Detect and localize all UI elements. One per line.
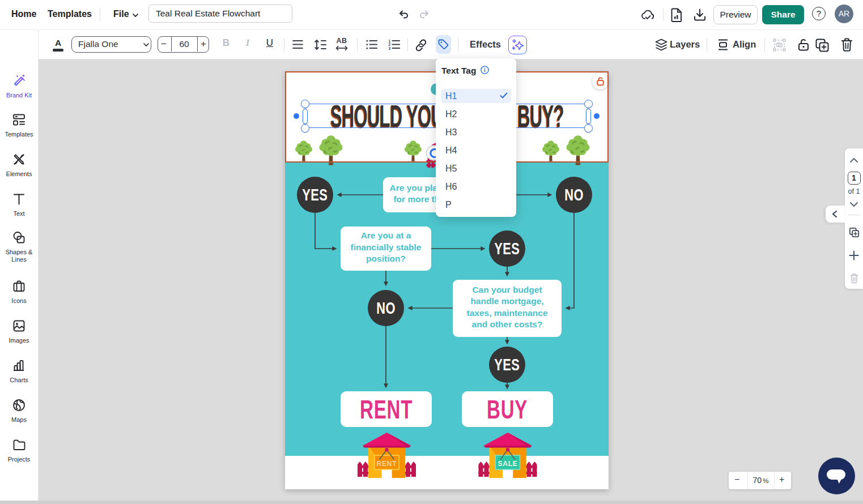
- svg-text:SALE: SALE: [498, 460, 517, 468]
- svg-text:RENT: RENT: [377, 460, 397, 468]
- svg-text:3: 3: [389, 46, 391, 50]
